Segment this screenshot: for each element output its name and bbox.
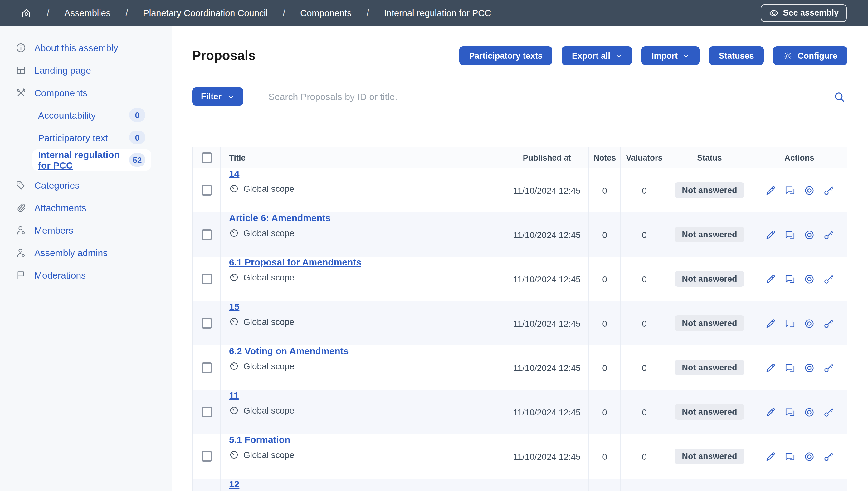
sidebar-subitem-internal-regulation[interactable]: Internal regulation for PCC 52: [32, 149, 151, 171]
preview-icon[interactable]: [803, 229, 815, 240]
breadcrumb-assembly-name[interactable]: Planetary Coordination Council: [143, 8, 268, 18]
row-checkbox[interactable]: [201, 407, 212, 417]
home-icon[interactable]: [21, 7, 32, 19]
layout-icon: [16, 65, 26, 75]
preview-icon[interactable]: [803, 451, 815, 462]
tag-icon: [16, 180, 26, 190]
proposal-title-link[interactable]: 6.2 Voting on Amendments: [229, 345, 348, 356]
preview-icon[interactable]: [803, 362, 815, 373]
preview-icon[interactable]: [803, 273, 815, 285]
sidebar-subitem-label: Internal regulation for PCC: [38, 149, 129, 171]
sidebar-item-label: Components: [34, 87, 87, 98]
row-checkbox[interactable]: [201, 273, 212, 284]
statuses-button[interactable]: Statuses: [709, 46, 764, 65]
table-row: 12 Global scope 11/10/2024 12:45 0 0 Not…: [193, 479, 847, 491]
sidebar-item-members[interactable]: Members: [0, 222, 172, 238]
sidebar-subitem-participatory-text[interactable]: Participatory text 0: [32, 129, 151, 146]
edit-pencil-icon[interactable]: [765, 406, 776, 417]
proposal-title-link[interactable]: 6.1 Proposal for Amendments: [229, 257, 361, 267]
notes-count: 0: [602, 407, 607, 417]
row-checkbox[interactable]: [201, 185, 212, 196]
answer-chat-icon[interactable]: [784, 451, 795, 462]
edit-pencil-icon[interactable]: [765, 451, 776, 462]
filter-button[interactable]: Filter: [192, 87, 243, 106]
permissions-key-icon[interactable]: [823, 229, 834, 240]
row-checkbox[interactable]: [201, 318, 212, 328]
export-all-button[interactable]: Export all: [562, 46, 632, 65]
header-buttons: Participatory texts Export all Import: [459, 46, 847, 65]
sidebar-subitem-accountability[interactable]: Accountability 0: [32, 107, 151, 123]
status-badge: Not answered: [674, 182, 744, 198]
row-checkbox[interactable]: [201, 362, 212, 373]
proposal-title-link[interactable]: Article 6: Amendments: [229, 212, 331, 223]
proposal-title-link[interactable]: 5.1 Formation: [229, 434, 294, 445]
sidebar-item-about[interactable]: About this assembly: [0, 39, 172, 56]
status-badge: Not answered: [674, 449, 744, 464]
sidebar-item-moderations[interactable]: Moderations: [0, 267, 172, 283]
preview-icon[interactable]: [803, 406, 815, 417]
count-badge: 0: [129, 131, 145, 144]
edit-pencil-icon[interactable]: [765, 273, 776, 285]
published-at-value: 11/10/2024 12:45: [513, 363, 581, 373]
proposal-title-link[interactable]: 11: [229, 390, 294, 400]
breadcrumb-assemblies[interactable]: Assemblies: [64, 8, 111, 18]
answer-chat-icon[interactable]: [784, 406, 795, 417]
breadcrumb-separator: /: [367, 8, 369, 18]
answer-chat-icon[interactable]: [784, 362, 795, 373]
scope-label: Global scope: [243, 361, 294, 371]
table-row: 11 Global scope 11/10/2024 12:45 0 0 Not…: [193, 390, 847, 434]
count-badge: 52: [129, 153, 145, 167]
sidebar-item-categories[interactable]: Categories: [0, 177, 172, 193]
select-all-checkbox[interactable]: [201, 152, 212, 163]
permissions-key-icon[interactable]: [823, 318, 834, 329]
search-input[interactable]: [268, 91, 828, 102]
proposal-title-link[interactable]: 14: [229, 168, 294, 179]
flag-icon: [16, 269, 26, 280]
preview-icon[interactable]: [803, 318, 815, 329]
sidebar-item-components[interactable]: Components: [0, 84, 172, 100]
button-label: Import: [651, 51, 678, 60]
paperclip-icon: [16, 202, 26, 213]
table-body: 14 Global scope 11/10/2024 12:45 0 0 Not…: [193, 168, 847, 491]
import-button[interactable]: Import: [642, 46, 700, 65]
scope-globe-icon: [229, 450, 239, 460]
notes-count: 0: [602, 363, 607, 373]
permissions-key-icon[interactable]: [823, 362, 834, 373]
sidebar-item-attachments[interactable]: Attachments: [0, 199, 172, 215]
proposal-title-link[interactable]: 15: [229, 301, 294, 312]
answer-chat-icon[interactable]: [784, 318, 795, 329]
column-valuators: Valuators: [620, 147, 668, 168]
valuators-count: 0: [642, 407, 647, 417]
edit-pencil-icon[interactable]: [765, 184, 776, 196]
sidebar-item-landing-page[interactable]: Landing page: [0, 62, 172, 78]
permissions-key-icon[interactable]: [823, 451, 834, 462]
configure-button[interactable]: Configure: [773, 46, 848, 65]
scope-label: Global scope: [243, 184, 294, 194]
row-checkbox[interactable]: [201, 229, 212, 240]
answer-chat-icon[interactable]: [784, 229, 795, 240]
search-icon[interactable]: [833, 90, 845, 103]
participatory-texts-button[interactable]: Participatory texts: [459, 46, 553, 65]
permissions-key-icon[interactable]: [823, 273, 834, 285]
proposal-title-link[interactable]: 12: [229, 479, 294, 489]
permissions-key-icon[interactable]: [823, 406, 834, 417]
edit-pencil-icon[interactable]: [765, 229, 776, 240]
table-row: 6.2 Voting on Amendments Global scope 11…: [193, 345, 847, 390]
breadcrumb-current-component[interactable]: Internal regulation for PCC: [384, 8, 491, 18]
breadcrumb-components[interactable]: Components: [300, 8, 351, 18]
answer-chat-icon[interactable]: [784, 273, 795, 285]
edit-pencil-icon[interactable]: [765, 362, 776, 373]
preview-icon[interactable]: [803, 184, 815, 196]
status-badge: Not answered: [674, 227, 744, 242]
sidebar-item-label: About this assembly: [34, 42, 118, 53]
sidebar-item-assembly-admins[interactable]: Assembly admins: [0, 244, 172, 260]
info-icon: [16, 42, 26, 53]
edit-pencil-icon[interactable]: [765, 318, 776, 329]
notes-count: 0: [602, 318, 607, 328]
row-checkbox[interactable]: [201, 451, 212, 462]
permissions-key-icon[interactable]: [823, 184, 834, 196]
answer-chat-icon[interactable]: [784, 184, 795, 196]
user-gear-icon: [16, 247, 26, 258]
published-at-value: 11/10/2024 12:45: [513, 185, 581, 195]
see-assembly-button[interactable]: See assembly: [761, 4, 847, 22]
